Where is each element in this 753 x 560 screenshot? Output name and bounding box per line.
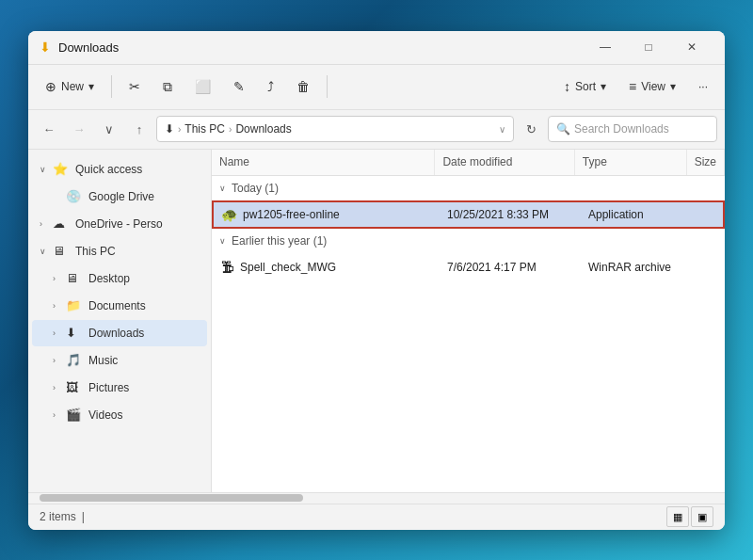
- view-button[interactable]: ≡ View ▾: [619, 71, 685, 103]
- title-bar: ⬇ Downloads — □ ✕: [28, 31, 725, 65]
- new-dropdown-icon: ▾: [88, 80, 94, 93]
- cut-button[interactable]: ✂: [120, 71, 150, 103]
- sidebar-label: Quick access: [75, 163, 142, 176]
- sidebar-item-music[interactable]: › 🎵 Music: [32, 347, 207, 374]
- rename-icon: ✎: [233, 79, 245, 94]
- sidebar-item-onedrive[interactable]: › ☁ OneDrive - Perso: [32, 211, 207, 237]
- sidebar-item-pictures[interactable]: › 🖼 Pictures: [32, 375, 207, 401]
- delete-icon: 🗑: [296, 79, 310, 94]
- close-button[interactable]: ✕: [670, 32, 713, 62]
- view-details-button[interactable]: ▦: [666, 506, 689, 527]
- window-title: Downloads: [58, 40, 584, 55]
- copy-icon: ⧉: [163, 79, 172, 95]
- up-button[interactable]: ↑: [126, 116, 152, 142]
- onedrive-icon: ☁: [53, 216, 70, 231]
- file-icon: 🗜: [221, 260, 234, 275]
- group-label-earlier: Earlier this year (1): [232, 234, 327, 248]
- col-header-name[interactable]: Name: [212, 150, 435, 175]
- sidebar-item-googledrive[interactable]: 💿 Google Drive: [32, 184, 207, 210]
- chevron-right-icon: ›: [53, 274, 66, 283]
- thispc-icon: 🖥: [53, 244, 70, 258]
- horizontal-scrollbar[interactable]: [28, 492, 725, 504]
- pictures-icon: 🖼: [66, 380, 83, 394]
- rename-button[interactable]: ✎: [224, 71, 254, 103]
- forward-button[interactable]: →: [66, 116, 92, 142]
- minimize-button[interactable]: —: [584, 32, 627, 62]
- view-label: View: [641, 80, 665, 93]
- paste-icon: ⬜: [195, 79, 211, 94]
- file-date: 7/6/2021 4:17 PM: [440, 261, 581, 274]
- toolbar: ⊕ New ▾ ✂ ⧉ ⬜ ✎ ⤴ 🗑 ↕ Sort ▾ ≡: [28, 65, 725, 110]
- path-arrow-2: ›: [229, 124, 232, 135]
- sidebar-label: Desktop: [88, 272, 130, 285]
- back-button[interactable]: ←: [36, 116, 62, 142]
- quickaccess-icon: ⭐: [53, 162, 70, 176]
- sidebar-item-quickaccess[interactable]: ∨ ⭐ Quick access: [32, 156, 207, 183]
- status-count: 2 items: [40, 510, 76, 523]
- status-view-buttons: ▦ ▣: [666, 506, 713, 527]
- search-box[interactable]: 🔍 Search Downloads: [548, 116, 717, 142]
- chevron-down-icon: ∨: [40, 165, 53, 174]
- chevron-right-icon: ›: [40, 219, 53, 229]
- paste-button[interactable]: ⬜: [185, 71, 220, 103]
- sidebar-label: Videos: [88, 408, 122, 422]
- sidebar-item-documents[interactable]: › 📁 Documents: [32, 293, 207, 319]
- search-placeholder: Search Downloads: [574, 122, 669, 136]
- search-icon: 🔍: [556, 122, 570, 136]
- share-button[interactable]: ⤴: [258, 71, 283, 103]
- address-bar: ← → ∨ ↑ ⬇ › This PC › Downloads ∨ ↻ 🔍 Se…: [28, 110, 725, 150]
- sidebar-item-desktop[interactable]: › 🖥 Desktop: [32, 265, 207, 292]
- more-button[interactable]: ···: [689, 71, 717, 103]
- group-chevron-today: ∨: [219, 184, 226, 193]
- sidebar-label: OneDrive - Perso: [75, 217, 163, 231]
- maximize-button[interactable]: □: [627, 32, 670, 62]
- file-name: 🗜 Spell_check_MWG: [214, 260, 440, 275]
- delete-button[interactable]: 🗑: [287, 71, 319, 103]
- sort-dropdown-icon: ▾: [601, 80, 606, 93]
- view-tiles-button[interactable]: ▣: [691, 506, 713, 527]
- sidebar-label: Documents: [88, 299, 146, 312]
- desktop-icon: 🖥: [66, 271, 83, 285]
- path-dropdown-icon[interactable]: ∨: [499, 124, 505, 135]
- path-downloads: Downloads: [235, 122, 291, 136]
- copy-button[interactable]: ⧉: [153, 71, 182, 103]
- content-area: ∨ ⭐ Quick access 💿 Google Drive › ☁ OneD…: [28, 150, 725, 492]
- new-button[interactable]: ⊕ New ▾: [36, 71, 104, 103]
- file-type: Application: [581, 208, 694, 221]
- sidebar-item-thispc[interactable]: ∨ 🖥 This PC: [32, 238, 207, 264]
- toolbar-separator-1: [111, 75, 112, 98]
- sidebar-item-videos[interactable]: › 🎬 Videos: [32, 402, 207, 428]
- chevron-right-icon: ›: [53, 328, 66, 338]
- group-header-today[interactable]: ∨ Today (1): [212, 176, 725, 200]
- col-header-size[interactable]: Size: [687, 150, 725, 175]
- sort-button[interactable]: ↕ Sort ▾: [554, 71, 616, 103]
- new-label: New: [61, 80, 84, 93]
- file-row[interactable]: 🗜 Spell_check_MWG 7/6/2021 4:17 PM WinRA…: [212, 253, 725, 281]
- path-drive-icon: ⬇: [165, 122, 174, 136]
- sidebar-label: This PC: [75, 245, 116, 258]
- hscroll-thumb[interactable]: [40, 494, 303, 502]
- address-path[interactable]: ⬇ › This PC › Downloads ∨: [156, 116, 514, 142]
- music-icon: 🎵: [66, 353, 83, 367]
- title-bar-icon: ⬇: [40, 40, 51, 55]
- file-row[interactable]: 🐢 pw1205-free-online 10/25/2021 8:33 PM …: [212, 200, 725, 229]
- col-header-date[interactable]: Date modified: [435, 150, 574, 175]
- googledrive-icon: 💿: [66, 189, 83, 203]
- file-name-text: pw1205-free-online: [243, 208, 340, 221]
- sort-icon: ↕: [564, 79, 570, 94]
- chevron-right-icon: ›: [53, 410, 66, 420]
- view-dropdown-icon: ▾: [670, 80, 676, 93]
- chevron-right-icon: ›: [53, 356, 66, 365]
- col-header-type[interactable]: Type: [575, 150, 687, 175]
- file-name: 🐢 pw1205-free-online: [214, 207, 440, 222]
- group-header-earlier[interactable]: ∨ Earlier this year (1): [212, 229, 725, 253]
- group-label-today: Today (1): [232, 182, 279, 195]
- refresh-button[interactable]: ↻: [518, 116, 544, 142]
- file-icon: 🐢: [221, 207, 237, 222]
- recent-button[interactable]: ∨: [96, 116, 122, 142]
- sidebar-item-downloads[interactable]: › ⬇ Downloads: [32, 320, 207, 346]
- cut-icon: ✂: [129, 79, 140, 94]
- new-icon: ⊕: [45, 79, 56, 94]
- documents-icon: 📁: [66, 298, 83, 312]
- sidebar: ∨ ⭐ Quick access 💿 Google Drive › ☁ OneD…: [28, 150, 212, 492]
